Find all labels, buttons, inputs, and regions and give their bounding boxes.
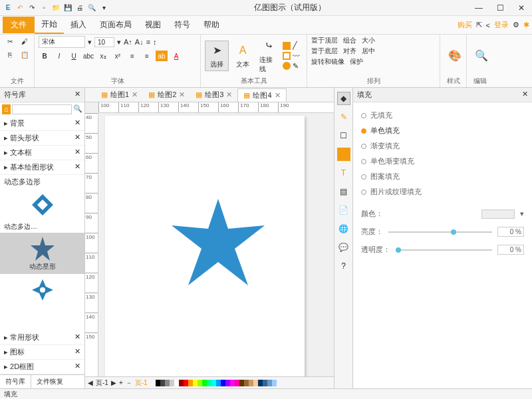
comment-tool-icon[interactable]: 💬: [337, 241, 350, 254]
cat-basic[interactable]: ▸ 基本绘图形状✕: [0, 160, 84, 175]
panel-close-icon[interactable]: ✕: [74, 90, 80, 100]
opt-pattern[interactable]: 图案填充: [361, 169, 524, 184]
gear-icon[interactable]: ⚙: [513, 21, 519, 29]
grow-font-icon[interactable]: A↑: [124, 38, 132, 46]
left-tab-recover[interactable]: 文件恢复: [31, 375, 68, 388]
tab-start[interactable]: 开始: [35, 16, 64, 34]
bring-top[interactable]: 置于顶层: [311, 36, 338, 45]
cat-text[interactable]: ▸ 文本框✕: [0, 146, 84, 160]
page-next-icon[interactable]: ▶: [111, 379, 116, 386]
paste-icon[interactable]: 📋: [19, 49, 31, 60]
globe-tool-icon[interactable]: 🌐: [337, 222, 350, 235]
page-prev-icon[interactable]: ◀: [88, 379, 93, 386]
style-btn[interactable]: 🎨: [444, 47, 466, 65]
pen-icon[interactable]: ✎: [293, 62, 300, 70]
doctab-2[interactable]: ▦绘图2✕: [143, 88, 190, 101]
size-btn[interactable]: 大小: [362, 36, 375, 45]
color-swatches[interactable]: [156, 380, 277, 386]
font-family-select[interactable]: 宋体: [39, 36, 85, 48]
cat-2d[interactable]: ▸ 2D框图✕: [0, 360, 84, 374]
cat-common[interactable]: ▸ 常用形状✕: [0, 331, 84, 345]
protect-btn[interactable]: 保护: [350, 57, 363, 66]
tab-view[interactable]: 视图: [138, 17, 168, 33]
preview-icon[interactable]: 🔍: [86, 3, 97, 13]
opt-gradient[interactable]: 渐变填充: [361, 138, 524, 154]
star-shape[interactable]: [172, 196, 265, 289]
center-btn[interactable]: 居中: [362, 47, 375, 56]
align-center-icon[interactable]: ≡: [141, 51, 153, 61]
doctab-1[interactable]: ▦绘图1✕: [96, 88, 143, 101]
tab-symbol[interactable]: 符号: [168, 17, 197, 33]
sub-icon[interactable]: x₂: [97, 51, 109, 61]
tab-insert[interactable]: 插入: [64, 17, 93, 33]
tab-layout[interactable]: 页面布局: [93, 17, 138, 33]
connector-tool[interactable]: ⤷连接线: [257, 37, 281, 75]
login-link[interactable]: 登录: [494, 20, 509, 30]
font-size-select[interactable]: 10: [94, 37, 114, 47]
rotate-btn[interactable]: 旋转和镜像: [311, 57, 344, 66]
edit-btn[interactable]: 🔍: [471, 47, 492, 65]
more-icon[interactable]: ▾: [98, 3, 109, 13]
group-btn[interactable]: 组合: [343, 36, 356, 45]
shape-diamond[interactable]: [0, 189, 84, 221]
redo-icon[interactable]: ↷: [27, 3, 37, 13]
color-tool-icon[interactable]: [337, 148, 350, 161]
shape-star4[interactable]: [0, 274, 84, 306]
page-label[interactable]: 页-1: [96, 378, 108, 388]
font-color-icon[interactable]: A: [170, 51, 182, 61]
brush-icon[interactable]: 🖌: [19, 36, 31, 47]
undo-icon[interactable]: ↶: [15, 3, 25, 13]
copy-icon[interactable]: ⎘: [4, 49, 16, 60]
line-icon[interactable]: ╱: [293, 41, 300, 50]
close-icon[interactable]: ✕: [513, 3, 529, 13]
format-painter-icon[interactable]: ✂: [4, 36, 16, 47]
minimize-icon[interactable]: —: [471, 3, 487, 13]
bright-slider[interactable]: [388, 231, 492, 233]
shrink-font-icon[interactable]: A↓: [135, 38, 144, 46]
page[interactable]: [105, 116, 305, 376]
size-dropdown-icon[interactable]: ▾: [117, 38, 121, 47]
panel-close-icon[interactable]: ✕: [522, 90, 528, 100]
highlight-icon[interactable]: ab: [156, 51, 168, 61]
bullets-icon[interactable]: ≡: [146, 38, 150, 46]
trans-slider[interactable]: [396, 249, 492, 251]
search-input[interactable]: [12, 104, 72, 114]
shape-star[interactable]: 动态星形: [0, 233, 84, 274]
opt-solid[interactable]: 单色填充: [361, 123, 524, 138]
curve-icon[interactable]: 〰: [293, 52, 300, 60]
file-tab[interactable]: 文件: [3, 17, 35, 33]
page-tool-icon[interactable]: 📄: [337, 203, 350, 217]
opt-texture[interactable]: 图片或纹理填充: [361, 184, 524, 200]
cat-icon[interactable]: ▸ 图标✕: [0, 345, 84, 360]
text-tool-icon[interactable]: T: [337, 166, 350, 180]
left-tab-lib[interactable]: 符号库: [0, 375, 31, 388]
trans-value[interactable]: 0 %: [497, 245, 524, 255]
bold-icon[interactable]: B: [39, 51, 51, 61]
save-icon[interactable]: 💾: [63, 3, 73, 13]
open-icon[interactable]: 📁: [51, 3, 61, 13]
strike-icon[interactable]: abc: [82, 51, 94, 61]
select-tool[interactable]: ➤选择: [205, 41, 229, 71]
rect-outline-icon[interactable]: [283, 52, 291, 60]
font-dropdown-icon[interactable]: ▾: [88, 38, 92, 47]
search-icon[interactable]: 🔍: [73, 104, 82, 114]
underline-icon[interactable]: U: [68, 51, 80, 61]
color-picker[interactable]: [481, 209, 515, 219]
help-tool-icon[interactable]: ?: [337, 259, 350, 273]
opt-nofill[interactable]: 无填充: [361, 108, 524, 123]
export-icon[interactable]: ⇱: [476, 21, 482, 29]
page-add-icon[interactable]: +: [119, 379, 123, 386]
close-tab-icon[interactable]: ✕: [132, 90, 138, 99]
bright-value[interactable]: 0 %: [497, 227, 524, 237]
share-icon[interactable]: <: [486, 21, 490, 29]
fill-tool-icon[interactable]: ◆: [337, 92, 350, 105]
tab-help[interactable]: 帮助: [197, 17, 226, 33]
italic-icon[interactable]: I: [53, 51, 65, 61]
cat-bg[interactable]: ▸ 背景✕: [0, 116, 84, 131]
buy-link[interactable]: 购买: [458, 20, 472, 30]
doctab-3[interactable]: ▦绘图3✕: [190, 88, 237, 101]
opt-monograd[interactable]: 单色渐变填充: [361, 154, 524, 169]
align-left-icon[interactable]: ≡: [126, 51, 138, 61]
canvas[interactable]: 100110120130140150160170180190 405060708…: [85, 102, 334, 376]
doctab-4[interactable]: ▦绘图4✕: [237, 88, 286, 102]
